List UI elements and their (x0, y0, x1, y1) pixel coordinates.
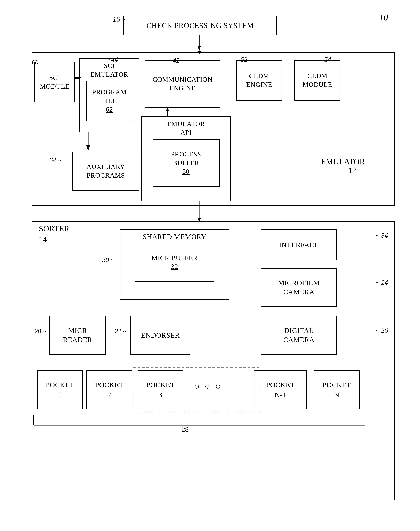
emulator-label: EMULATOR (321, 157, 365, 166)
svg-marker-9 (197, 218, 201, 221)
interface-box: INTERFACE (261, 229, 337, 260)
ref-52: 52 (241, 56, 247, 63)
pocket-1-box: POCKET1 (37, 371, 83, 409)
ref-54: 54 (324, 56, 331, 63)
svg-rect-15 (133, 368, 260, 412)
microfilm-camera-box: MICROFILMCAMERA (261, 268, 337, 307)
pocket-n1-box: POCKETN-1 (254, 371, 307, 409)
ref-64: 64 ~ (49, 156, 61, 164)
ref-60: 60 (32, 58, 38, 66)
ref-10: 10 (379, 12, 388, 23)
ref-42: 42 (173, 56, 180, 64)
ref-24: ~ 24 (376, 279, 388, 286)
emulator-ref-12: 12 (348, 166, 356, 175)
ref-28: 28 (182, 425, 189, 434)
endorser-box: ENDORSER (131, 316, 190, 355)
comm-engine-box: COMMUNICATIONENGINE (145, 60, 220, 108)
auxiliary-programs-box: AUXILIARYPROGRAMS (72, 152, 139, 190)
sci-module-box: SCIMODULE (34, 62, 75, 102)
micr-buffer-box: MICR BUFFER32 (135, 243, 214, 282)
emulator-api-box: EMULATORAPI PROCESSBUFFER50 (141, 116, 231, 201)
digital-camera-box: DIGITALCAMERA (261, 316, 337, 355)
pocket-n-box: POCKETN (314, 371, 360, 409)
ref-16: 16 ~ (113, 15, 126, 23)
check-processing-system-box: CHECK PROCESSING SYSTEM (123, 16, 277, 35)
cldm-module-box: CLDMMODULE (294, 60, 340, 101)
pocket-2-box: POCKET2 (86, 371, 132, 409)
ref-22: 22 ~ (115, 327, 127, 335)
ref-30: 30 ~ (102, 256, 114, 264)
shared-memory-box: SHARED MEMORY MICR BUFFER32 (120, 229, 229, 300)
ref-20: 20 ~ (34, 327, 46, 335)
sorter-label: SORTER 14 (39, 224, 70, 244)
ref-34: ~ 34 (376, 232, 388, 239)
micr-reader-box: MICRREADER (49, 316, 106, 355)
ref-26: ~ 26 (376, 326, 388, 334)
ref-44: ~44 (107, 56, 118, 63)
program-file-box: PROGRAMFILE62 (86, 81, 132, 121)
sci-emulator-box: SCIEMULATOR PROGRAMFILE62 (79, 58, 139, 132)
cldm-engine-box: CLDMENGINE (236, 60, 282, 101)
process-buffer-box: PROCESSBUFFER50 (152, 139, 220, 187)
